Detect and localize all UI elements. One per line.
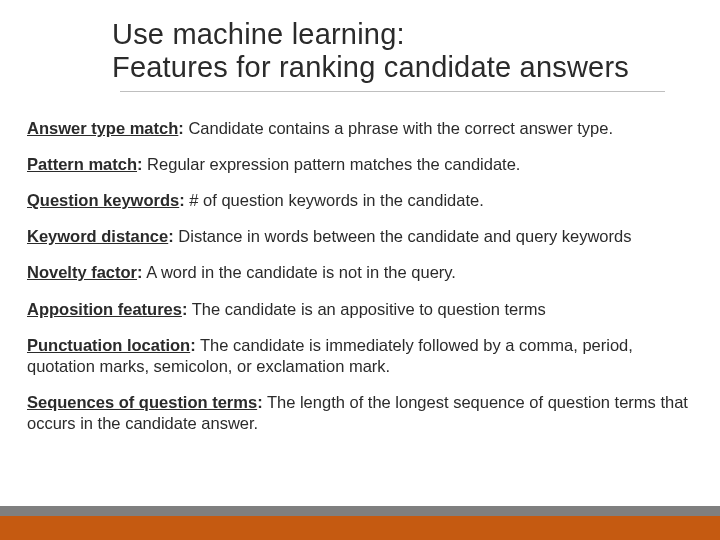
title-line-2: Features for ranking candidate answers bbox=[112, 51, 672, 84]
feature-label: Pattern match bbox=[27, 155, 137, 173]
feature-desc: Candidate contains a phrase with the cor… bbox=[184, 119, 613, 137]
feature-desc: Distance in words between the candidate … bbox=[174, 227, 632, 245]
feature-label: Keyword distance bbox=[27, 227, 168, 245]
list-item: Punctuation location: The candidate is i… bbox=[27, 335, 693, 377]
list-item: Keyword distance: Distance in words betw… bbox=[27, 226, 693, 247]
slide-title: Use machine learning: Features for ranki… bbox=[112, 18, 672, 100]
feature-label: Punctuation location bbox=[27, 336, 190, 354]
feature-desc: The candidate is an appositive to questi… bbox=[187, 300, 545, 318]
feature-label: Novelty factor bbox=[27, 263, 137, 281]
feature-desc: # of question keywords in the candidate. bbox=[185, 191, 484, 209]
title-line-1: Use machine learning: bbox=[112, 18, 672, 51]
feature-label: Question keywords bbox=[27, 191, 179, 209]
list-item: Answer type match: Candidate contains a … bbox=[27, 118, 693, 139]
title-underline bbox=[120, 91, 665, 92]
list-item: Question keywords: # of question keyword… bbox=[27, 190, 693, 211]
feature-label: Answer type match bbox=[27, 119, 178, 137]
list-item: Pattern match: Regular expression patter… bbox=[27, 154, 693, 175]
feature-label: Apposition features bbox=[27, 300, 182, 318]
feature-desc: Regular expression pattern matches the c… bbox=[143, 155, 521, 173]
list-item: Sequences of question terms: The length … bbox=[27, 392, 693, 434]
list-item: Apposition features: The candidate is an… bbox=[27, 299, 693, 320]
feature-desc: A word in the candidate is not in the qu… bbox=[143, 263, 456, 281]
slide: Use machine learning: Features for ranki… bbox=[0, 0, 720, 540]
footer-bar bbox=[0, 516, 720, 540]
feature-list: Answer type match: Candidate contains a … bbox=[27, 118, 693, 449]
feature-label: Sequences of question terms bbox=[27, 393, 257, 411]
list-item: Novelty factor: A word in the candidate … bbox=[27, 262, 693, 283]
footer-shadow bbox=[0, 506, 720, 516]
